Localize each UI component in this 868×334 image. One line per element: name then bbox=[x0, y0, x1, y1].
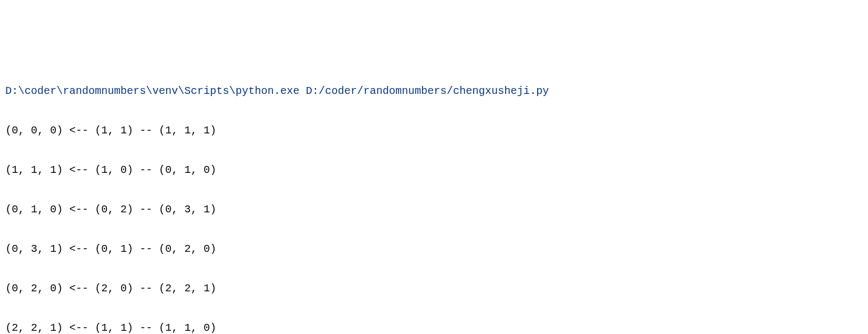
output-line: (0, 3, 1) <-- (0, 1) -- (0, 2, 0) bbox=[5, 239, 863, 259]
command-line: D:\coder\randomnumbers\venv\Scripts\pyth… bbox=[5, 81, 863, 101]
output-line: (0, 0, 0) <-- (1, 1) -- (1, 1, 1) bbox=[5, 121, 863, 140]
output-line: (0, 2, 0) <-- (2, 0) -- (2, 2, 1) bbox=[5, 279, 863, 298]
output-line: (1, 1, 1) <-- (1, 0) -- (0, 1, 0) bbox=[5, 160, 863, 180]
output-line: (2, 2, 1) <-- (1, 1) -- (1, 1, 0) bbox=[5, 318, 863, 334]
output-line: (0, 1, 0) <-- (0, 2) -- (0, 3, 1) bbox=[5, 200, 863, 219]
